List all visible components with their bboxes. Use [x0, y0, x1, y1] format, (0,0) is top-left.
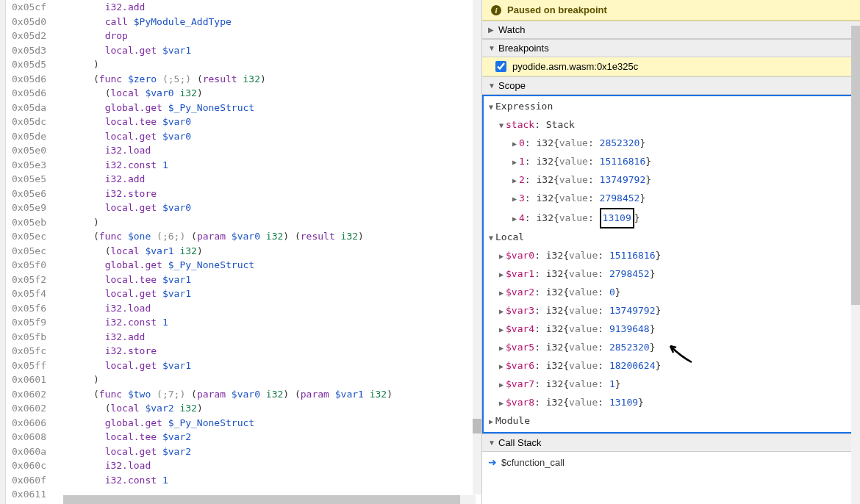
code-line[interactable]: 0x05fc i32.store	[12, 344, 477, 359]
code-line[interactable]: 0x060c i32.load	[12, 458, 477, 473]
address: 0x05d6	[12, 86, 59, 101]
code-content[interactable]: 0x05cf i32.add0x05d0 call $PyModule_AddT…	[7, 0, 481, 502]
address: 0x05ff	[12, 359, 59, 373]
code-line[interactable]: 0x0608 local.tee $var2	[12, 430, 477, 444]
code-line[interactable]: 0x060f i32.const 1	[12, 473, 477, 488]
chevron-right-icon: ▶	[510, 210, 519, 228]
chevron-down-icon: ▼	[487, 98, 495, 116]
code-line[interactable]: 0x0601 )	[12, 372, 477, 387]
local-entry[interactable]: ▶$var0: i32 {value: 15116816}	[484, 247, 859, 265]
code-line[interactable]: 0x05f2 local.tee $var1	[12, 273, 477, 287]
code-panel: 0x05cf i32.add0x05d0 call $PyModule_AddT…	[0, 0, 482, 504]
address: 0x05de	[12, 129, 59, 144]
code-line[interactable]: 0x05e6 i32.store	[12, 187, 477, 201]
code-line[interactable]: 0x0602 (local $var2 i32)	[12, 401, 477, 416]
code-line[interactable]: 0x05d2 drop	[12, 29, 477, 43]
address: 0x0606	[12, 416, 59, 431]
local-node[interactable]: ▼Local	[484, 228, 859, 247]
code-line[interactable]: 0x05dc local.tee $var0	[12, 115, 477, 129]
address: 0x0602	[12, 401, 59, 416]
side-vscroll-thumb[interactable]	[851, 26, 860, 305]
watch-label: Watch	[498, 24, 525, 35]
callstack-header[interactable]: ▼ Call Stack	[482, 433, 860, 452]
chevron-right-icon: ▶	[497, 248, 506, 265]
chevron-right-icon: ▶	[510, 135, 519, 153]
code-line[interactable]: 0x05ec (local $var1 i32)	[12, 244, 477, 259]
code-hscroll[interactable]	[63, 495, 476, 504]
code-line[interactable]: 0x05da global.get $_Py_NoneStruct	[12, 101, 477, 115]
stack-entry[interactable]: ▶1: i32 {value: 15116816}	[484, 153, 859, 171]
code-line[interactable]: 0x05e9 local.get $var0	[12, 201, 477, 215]
address: 0x05ec	[12, 244, 59, 259]
chevron-down-icon: ▼	[487, 229, 495, 247]
code-line[interactable]: 0x05f0 global.get $_Py_NoneStruct	[12, 258, 477, 273]
code-line[interactable]: 0x05d6 (local $var0 i32)	[12, 86, 477, 101]
module-node[interactable]: ▶Module	[484, 412, 859, 431]
address: 0x05f6	[12, 301, 59, 316]
side-vscroll[interactable]	[851, 26, 860, 504]
code-line[interactable]: 0x05d6 (func $zero (;5;) (result i32)	[12, 72, 477, 87]
local-entry[interactable]: ▶$var2: i32 {value: 0}	[484, 284, 859, 302]
code-line[interactable]: 0x05e5 i32.add	[12, 172, 477, 187]
code-line[interactable]: 0x060a local.get $var2	[12, 444, 477, 459]
code-line[interactable]: 0x05ec (func $one (;6;) (param $var0 i32…	[12, 229, 477, 244]
address: 0x05e9	[12, 201, 59, 215]
code-vscroll-thumb[interactable]	[473, 419, 481, 433]
stack-node[interactable]: ▼stack: Stack	[484, 116, 859, 134]
stack-entry[interactable]: ▶2: i32 {value: 13749792}	[484, 171, 859, 190]
expression-node[interactable]: ▼Expression	[484, 98, 859, 116]
address: 0x05dc	[12, 115, 59, 129]
address: 0x05f2	[12, 273, 59, 287]
local-entry[interactable]: ▶$var6: i32 {value: 18200624}	[484, 357, 859, 375]
local-entry[interactable]: ▶$var5: i32 {value: 2852320}	[484, 339, 859, 357]
code-line[interactable]: 0x05e3 i32.const 1	[12, 158, 477, 173]
breakpoint-checkbox[interactable]	[495, 61, 506, 72]
code-vscroll[interactable]	[473, 0, 481, 494]
chevron-right-icon: ▶	[487, 413, 495, 431]
stack-entry[interactable]: ▶4: i32 {value: 13109}	[484, 208, 859, 228]
chevron-right-icon: ▶	[497, 376, 506, 394]
address: 0x05f0	[12, 258, 59, 273]
code-line[interactable]: 0x0602 (func $two (;7;) (param $var0 i32…	[12, 387, 477, 402]
current-frame-icon: ➜	[488, 456, 497, 468]
watch-header[interactable]: ▶ Watch	[482, 21, 860, 39]
chevron-right-icon: ▶	[497, 321, 506, 339]
code-line[interactable]: 0x05f4 local.get $var1	[12, 287, 477, 301]
address: 0x05da	[12, 101, 59, 115]
code-line[interactable]: 0x05e0 i32.load	[12, 143, 477, 158]
breakpoints-body: pyodide.asm.wasm:0x1e325c	[482, 57, 860, 76]
chevron-down-icon: ▼	[488, 82, 495, 90]
breakpoint-row[interactable]: pyodide.asm.wasm:0x1e325c	[482, 57, 860, 76]
local-entry[interactable]: ▶$var1: i32 {value: 2798452}	[484, 265, 859, 284]
callstack-frame[interactable]: ➜ $cfunction_call	[482, 452, 860, 472]
code-line[interactable]: 0x05fb i32.add	[12, 330, 477, 345]
address: 0x05fc	[12, 344, 59, 359]
code-line[interactable]: 0x05ff local.get $var1	[12, 359, 477, 373]
code-line[interactable]: 0x05d5 )	[12, 57, 477, 72]
chevron-down-icon: ▼	[488, 44, 495, 52]
code-line[interactable]: 0x05f6 i32.load	[12, 301, 477, 316]
scope-body: ▼Expression ▼stack: Stack ▶0: i32 {value…	[482, 95, 860, 433]
local-entry[interactable]: ▶$var4: i32 {value: 9139648}	[484, 320, 859, 339]
scope-header[interactable]: ▼ Scope	[482, 76, 860, 95]
address: 0x05e5	[12, 172, 59, 187]
chevron-right-icon: ▶	[497, 266, 506, 284]
code-line[interactable]: 0x05de local.get $var0	[12, 129, 477, 144]
code-line[interactable]: 0x05eb )	[12, 215, 477, 230]
stack-entry[interactable]: ▶0: i32 {value: 2852320}	[484, 134, 859, 153]
local-entry[interactable]: ▶$var3: i32 {value: 13749792}	[484, 302, 859, 320]
code-line[interactable]: 0x05d0 call $PyModule_AddType	[12, 15, 477, 29]
code-line[interactable]: 0x05f9 i32.const 1	[12, 315, 477, 330]
breakpoints-header[interactable]: ▼ Breakpoints	[482, 39, 860, 57]
code-line[interactable]: 0x05d3 local.get $var1	[12, 43, 477, 58]
chevron-right-icon: ▶	[510, 172, 519, 190]
chevron-right-icon: ▶	[488, 26, 495, 34]
stack-entry[interactable]: ▶3: i32 {value: 2798452}	[484, 190, 859, 208]
info-icon: i	[491, 5, 501, 15]
code-line[interactable]: 0x0606 global.get $_Py_NoneStruct	[12, 416, 477, 431]
code-line[interactable]: 0x05cf i32.add	[12, 0, 477, 15]
local-entry[interactable]: ▶$var8: i32 {value: 13109}	[484, 394, 859, 412]
code-hscroll-thumb[interactable]	[63, 495, 460, 504]
local-entry[interactable]: ▶$var7: i32 {value: 1}	[484, 375, 859, 394]
breakpoint-label: pyodide.asm.wasm:0x1e325c	[512, 61, 638, 72]
